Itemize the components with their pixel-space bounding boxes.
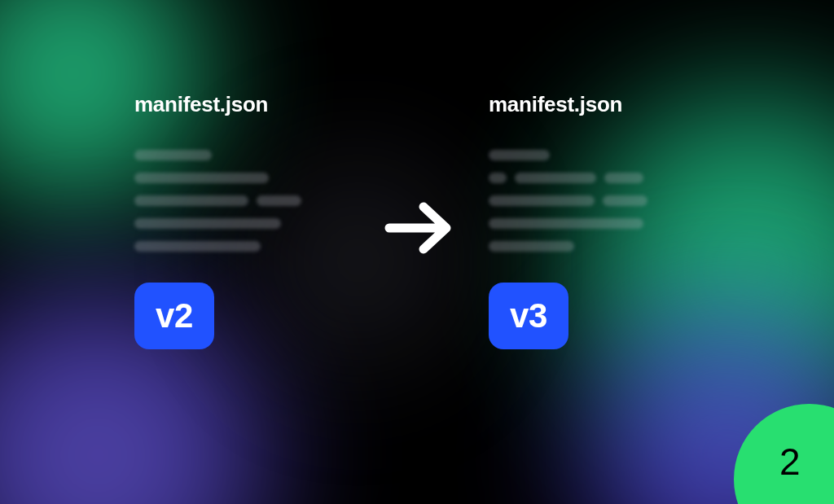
skeleton-row — [134, 195, 330, 206]
skeleton-row — [489, 195, 684, 206]
skeleton-row — [134, 173, 330, 183]
skeleton-row — [489, 150, 684, 160]
skeleton-bar — [604, 173, 643, 183]
manifest-v3-column: manifest.json v3 — [489, 92, 684, 349]
skeleton-bar — [134, 195, 248, 206]
version-badge-v3-label: v3 — [510, 296, 547, 335]
skeleton-bar — [515, 173, 596, 183]
skeleton-bar — [257, 195, 301, 206]
manifest-v3-title: manifest.json — [489, 92, 684, 117]
skeleton-bar — [134, 218, 281, 229]
skeleton-bar — [134, 241, 261, 252]
skeleton-bar — [603, 195, 647, 206]
skeleton-bar — [489, 218, 643, 229]
skeleton-lines-v3 — [489, 150, 684, 252]
skeleton-row — [134, 150, 330, 160]
skeleton-row — [489, 173, 684, 183]
skeleton-row — [489, 241, 684, 252]
skeleton-row — [134, 241, 330, 252]
skeleton-row — [489, 218, 684, 229]
manifest-v2-title: manifest.json — [134, 92, 330, 117]
version-badge-v2-label: v2 — [156, 296, 193, 335]
skeleton-bar — [489, 241, 574, 252]
page-number: 2 — [779, 440, 801, 484]
skeleton-bar — [489, 173, 507, 183]
page-number-badge: 2 — [734, 404, 834, 504]
skeleton-bar — [134, 173, 269, 183]
version-badge-v2: v2 — [134, 283, 214, 349]
skeleton-bar — [134, 150, 212, 160]
manifest-v2-column: manifest.json v2 — [134, 92, 330, 349]
arrow-right-icon — [383, 196, 454, 263]
skeleton-bar — [489, 195, 595, 206]
version-badge-v3: v3 — [489, 283, 568, 349]
skeleton-bar — [489, 150, 550, 160]
skeleton-lines-v2 — [134, 150, 330, 252]
skeleton-row — [134, 218, 330, 229]
